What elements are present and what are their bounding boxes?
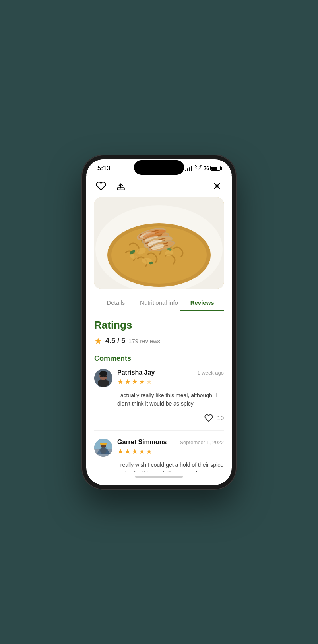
action-bar: [94, 175, 224, 197]
svg-point-45: [99, 371, 107, 377]
tab-details[interactable]: Details: [94, 295, 138, 311]
reviewer-name-2: Garret Simmons: [117, 439, 167, 446]
review-card-1: Patrisha Jay ★ ★ ★ ★ ★ 1 week ago: [94, 369, 224, 431]
review-text-2: I really wish I could get a hold of thei…: [117, 461, 224, 472]
dynamic-island: [134, 160, 184, 175]
status-time: 5:13: [97, 165, 110, 172]
review-like-count-1: 10: [217, 414, 224, 421]
avatar-2: [94, 439, 112, 457]
food-image: [94, 197, 224, 289]
review-date-1: 1 week ago: [198, 370, 224, 376]
close-button[interactable]: [210, 179, 224, 193]
review-card-2: Garret Simmons ★ ★ ★ ★ ★ September 1: [94, 439, 224, 472]
battery-level: 76: [204, 166, 209, 171]
tabs-container: Details Nutritional info Reviews: [94, 295, 224, 311]
svg-rect-46: [100, 376, 103, 377]
reviewer-stars-1: ★ ★ ★ ★ ★: [117, 377, 155, 386]
tab-reviews[interactable]: Reviews: [180, 295, 224, 311]
svg-rect-1: [117, 188, 124, 190]
reviewer-info-2: Garret Simmons ★ ★ ★ ★ ★: [94, 439, 167, 457]
rating-score: 4.5 / 5: [105, 337, 125, 345]
wifi-icon: [195, 165, 202, 172]
heart-button[interactable]: [94, 179, 108, 193]
home-indicator: [86, 472, 232, 485]
status-icons: 76: [185, 165, 221, 172]
battery-indicator: 76: [204, 166, 221, 171]
phone-screen: 5:13 76: [86, 159, 232, 485]
rating-star-icon: ★: [94, 336, 102, 346]
action-bar-left: [94, 179, 128, 193]
rating-summary: ★ 4.5 / 5 179 reviews: [94, 336, 224, 346]
reviewer-details-1: Patrisha Jay ★ ★ ★ ★ ★: [117, 369, 155, 386]
ratings-title: Ratings: [94, 319, 224, 331]
reviewer-info-1: Patrisha Jay ★ ★ ★ ★ ★: [94, 369, 155, 387]
tab-nutritional[interactable]: Nutritional info: [138, 295, 181, 311]
phone-frame: 5:13 76: [81, 155, 237, 490]
review-actions-1: 10: [94, 412, 224, 424]
reviewer-details-2: Garret Simmons ★ ★ ★ ★ ★: [117, 439, 167, 456]
svg-rect-55: [101, 443, 106, 445]
review-header-1: Patrisha Jay ★ ★ ★ ★ ★ 1 week ago: [94, 369, 224, 387]
review-like-button-1[interactable]: [203, 412, 215, 424]
review-header-2: Garret Simmons ★ ★ ★ ★ ★ September 1: [94, 439, 224, 457]
reviewer-name-1: Patrisha Jay: [117, 369, 155, 376]
review-count: 179 reviews: [128, 338, 160, 344]
comments-title: Comments: [94, 354, 224, 363]
share-button[interactable]: [114, 179, 128, 193]
main-content: Details Nutritional info Reviews Ratings…: [86, 175, 232, 472]
home-bar: [135, 476, 183, 478]
review-date-2: September 1, 2022: [180, 439, 224, 445]
review-text-1: I actually really like this meal, althou…: [117, 391, 224, 408]
avatar-1: [94, 369, 112, 387]
reviewer-stars-2: ★ ★ ★ ★ ★: [117, 447, 167, 456]
battery-icon: [210, 166, 221, 171]
svg-point-56: [100, 447, 107, 454]
svg-rect-47: [104, 376, 107, 377]
ratings-section: Ratings ★ 4.5 / 5 179 reviews Comments: [94, 319, 224, 472]
signal-icon: [185, 166, 192, 171]
